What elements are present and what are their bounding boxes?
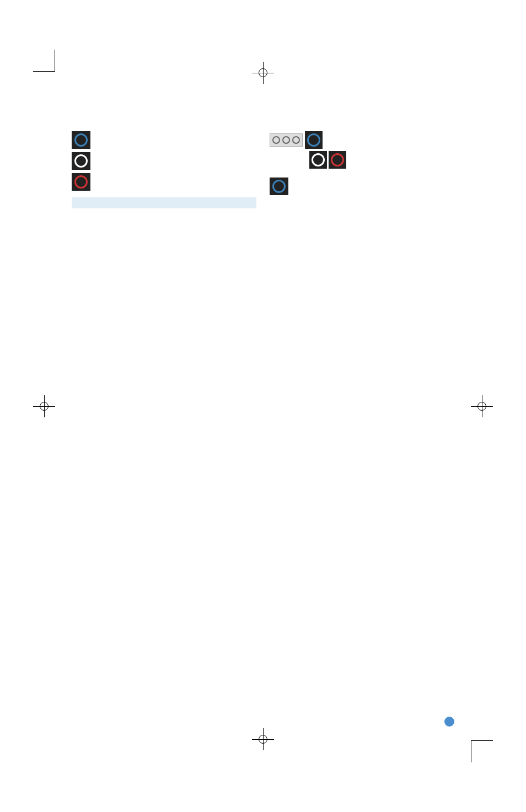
crop-mark-tl	[33, 50, 55, 72]
registration-mark-left	[33, 395, 55, 417]
figure-16-image	[72, 131, 90, 193]
registration-mark-bottom	[252, 728, 274, 750]
figure-18-image	[270, 178, 288, 197]
registration-mark-top	[252, 62, 274, 84]
note-box	[72, 197, 256, 208]
figure-17-image	[270, 131, 346, 171]
page-number-badge	[444, 717, 454, 727]
page-content	[72, 116, 454, 214]
right-column	[270, 127, 454, 214]
registration-mark-right	[471, 395, 493, 417]
left-column	[72, 127, 256, 214]
crop-mark-br	[471, 740, 493, 762]
